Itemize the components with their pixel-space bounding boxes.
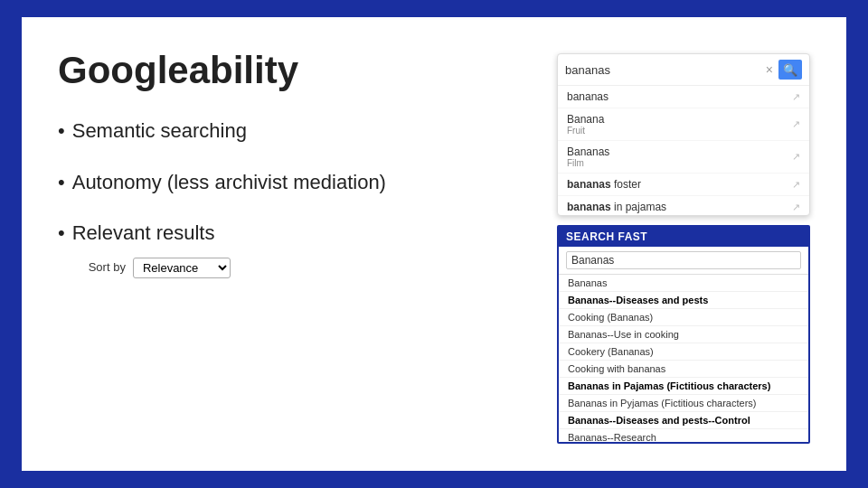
sort-select[interactable]: Relevance: [133, 258, 231, 278]
gs-suggestion-2[interactable]: Banana Fruit ↗: [558, 108, 809, 141]
left-content: Googleability • Semantic searching • Aut…: [58, 50, 557, 444]
sf-item-4[interactable]: Bananas--Use in cooking: [559, 326, 808, 343]
gs-search-icon: 🔍: [783, 63, 797, 77]
sf-item-7[interactable]: Bananas in Pajamas (Fictitious character…: [559, 378, 808, 395]
gs-suggestion-text-4: bananas foster: [567, 178, 788, 191]
bullet-dot-3: •: [58, 221, 65, 247]
gs-suggestion-4[interactable]: bananas foster ↗: [558, 174, 809, 196]
gs-input-row: bananas × 🔍: [558, 54, 809, 86]
gs-suggestion-5[interactable]: bananas in pajamas ↗: [558, 196, 809, 216]
right-panel: bananas × 🔍 bananas ↗ Banana Fruit ↗: [557, 50, 810, 444]
bullet-dot-2: •: [58, 170, 65, 196]
gs-sub-2: Fruit: [567, 126, 788, 136]
bullet-text-1: Semantic searching: [72, 118, 247, 145]
sf-search-input[interactable]: [566, 251, 801, 269]
gs-suggestion-text-2: Banana Fruit: [567, 113, 788, 136]
gs-arrow-1: ↗: [792, 91, 800, 103]
gs-arrow-2: ↗: [792, 118, 800, 130]
bullet-item-2: • Autonomy (less archivist mediation): [58, 170, 557, 196]
sf-item-3[interactable]: Cooking (Bananas): [559, 309, 808, 326]
gs-suggestion-text-5: bananas in pajamas: [567, 201, 788, 213]
bullet-text-3: Relevant results: [72, 221, 215, 244]
sf-item-2[interactable]: Bananas--Diseases and pests: [559, 292, 808, 309]
gs-sub-3: Film: [567, 158, 788, 168]
gs-suggestion-text-1: bananas: [567, 90, 788, 103]
gs-bold-4: bananas: [567, 178, 611, 191]
sf-item-9[interactable]: Bananas--Diseases and pests--Control: [559, 412, 808, 429]
bullet-item-3: • Relevant results Sort by Relevance: [58, 221, 557, 278]
bullet-dot-1: •: [58, 118, 65, 145]
sf-item-6[interactable]: Cooking with bananas: [559, 361, 808, 378]
bullet-text-2: Autonomy (less archivist mediation): [72, 170, 386, 196]
slide-title: Googleability: [58, 50, 557, 91]
gs-clear-button[interactable]: ×: [766, 62, 773, 77]
sf-input-row: [559, 247, 808, 275]
sf-header: SEARCH FAST: [559, 227, 808, 247]
bullet-item-1: • Semantic searching: [58, 118, 557, 145]
sf-item-5[interactable]: Cookery (Bananas): [559, 343, 808, 361]
search-fast-panel: SEARCH FAST Bananas Bananas--Diseases an…: [557, 225, 810, 444]
sf-item-8[interactable]: Bananas in Pyjamas (Fictitious character…: [559, 395, 808, 412]
gs-suggestion-text-3: Bananas Film: [567, 145, 788, 168]
sf-item-1[interactable]: Bananas: [559, 275, 808, 292]
google-search-box: bananas × 🔍 bananas ↗ Banana Fruit ↗: [557, 53, 810, 216]
sf-item-10[interactable]: Bananas--Research: [559, 429, 808, 444]
gs-suggestion-1[interactable]: bananas ↗: [558, 86, 809, 108]
slide: Googleability • Semantic searching • Aut…: [18, 14, 850, 474]
sort-by-row: Sort by Relevance: [89, 258, 231, 278]
gs-arrow-5: ↗: [792, 202, 800, 213]
gs-bold-5: bananas: [567, 201, 611, 213]
gs-suggestion-3[interactable]: Bananas Film ↗: [558, 141, 809, 174]
gs-search-button[interactable]: 🔍: [778, 60, 802, 80]
gs-input-text: bananas: [565, 63, 760, 77]
sort-label: Sort by: [89, 260, 126, 276]
gs-arrow-4: ↗: [792, 179, 800, 191]
bullet-list: • Semantic searching • Autonomy (less ar…: [58, 118, 557, 278]
gs-arrow-3: ↗: [792, 151, 800, 163]
